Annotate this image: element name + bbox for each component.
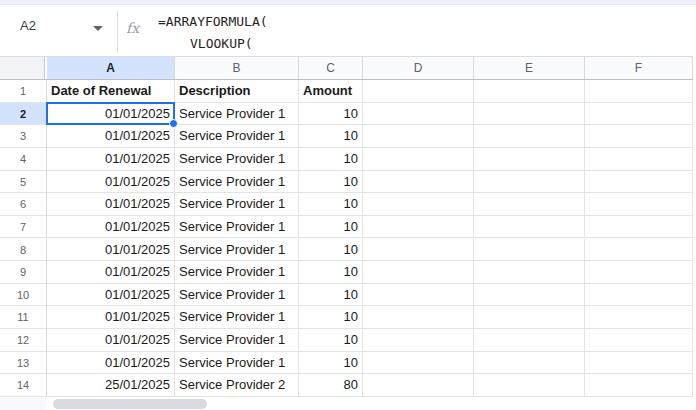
cell[interactable]: 01/01/2025 (47, 261, 175, 284)
cell[interactable]: 01/01/2025 (47, 125, 175, 148)
cell[interactable]: 10 (299, 193, 363, 216)
cell[interactable] (474, 80, 585, 103)
cell[interactable] (363, 239, 474, 262)
cell[interactable]: 10 (299, 239, 363, 262)
cell[interactable] (363, 125, 474, 148)
column-header-e[interactable]: E (474, 57, 585, 79)
cell[interactable] (585, 193, 693, 216)
cell[interactable]: Description (175, 80, 299, 103)
row-header-10[interactable]: 10 (0, 284, 47, 307)
cell[interactable]: Service Provider 1 (175, 239, 299, 262)
cell[interactable] (474, 352, 585, 375)
formula-input-line-2[interactable]: VLOOKUP( (190, 36, 253, 51)
cell[interactable]: 10 (299, 284, 363, 307)
cell[interactable]: 10 (299, 306, 363, 329)
cell[interactable]: Service Provider 2 (175, 374, 299, 397)
cell[interactable] (474, 216, 585, 239)
cell[interactable]: 10 (299, 329, 363, 352)
cell[interactable] (474, 171, 585, 194)
cell[interactable] (363, 216, 474, 239)
cell[interactable]: Service Provider 1 (175, 171, 299, 194)
cell[interactable] (585, 80, 693, 103)
cell[interactable] (585, 374, 693, 397)
cell[interactable]: 01/01/2025 (47, 193, 175, 216)
cell[interactable] (585, 239, 693, 262)
cell[interactable] (363, 329, 474, 352)
formula-input-line-1[interactable]: =ARRAYFORMULA( (158, 14, 268, 29)
row-header-11[interactable]: 11 (0, 306, 47, 329)
cell[interactable]: 01/01/2025 (47, 329, 175, 352)
column-header-c[interactable]: C (299, 57, 363, 79)
cell[interactable] (585, 306, 693, 329)
cell[interactable] (474, 329, 585, 352)
cell[interactable]: Service Provider 1 (175, 125, 299, 148)
row-header-12[interactable]: 12 (0, 329, 47, 352)
row-header-2[interactable]: 2 (0, 103, 47, 126)
cell[interactable]: Amount (299, 80, 363, 103)
cell[interactable] (363, 171, 474, 194)
cell[interactable]: 10 (299, 103, 363, 126)
cell[interactable]: Service Provider 1 (175, 306, 299, 329)
cell[interactable]: Date of Renewal (47, 80, 175, 103)
cell[interactable] (474, 239, 585, 262)
cell[interactable] (585, 148, 693, 171)
row-header-14[interactable]: 14 (0, 374, 47, 397)
cell[interactable]: Service Provider 1 (175, 148, 299, 171)
cell[interactable]: 10 (299, 216, 363, 239)
cell[interactable] (474, 103, 585, 126)
cell[interactable] (363, 193, 474, 216)
cell[interactable] (474, 306, 585, 329)
row-header-9[interactable]: 9 (0, 261, 47, 284)
column-header-f[interactable]: F (585, 57, 693, 79)
cell[interactable] (585, 352, 693, 375)
cell[interactable]: 01/01/2025 (47, 103, 175, 126)
cell[interactable] (585, 103, 693, 126)
cell[interactable] (585, 125, 693, 148)
cell[interactable] (363, 148, 474, 171)
cell[interactable]: Service Provider 1 (175, 103, 299, 126)
cell[interactable]: Service Provider 1 (175, 352, 299, 375)
column-header-a[interactable]: A (47, 57, 175, 79)
column-header-d[interactable]: D (363, 57, 474, 79)
row-header-1[interactable]: 1 (0, 80, 47, 103)
cell[interactable]: 01/01/2025 (47, 306, 175, 329)
row-header-5[interactable]: 5 (0, 171, 47, 194)
cell[interactable] (474, 261, 585, 284)
cell[interactable] (363, 261, 474, 284)
row-header-7[interactable]: 7 (0, 216, 47, 239)
row-header-4[interactable]: 4 (0, 148, 47, 171)
select-all-corner[interactable] (0, 57, 45, 79)
cell[interactable]: Service Provider 1 (175, 193, 299, 216)
cell[interactable]: 01/01/2025 (47, 216, 175, 239)
cell[interactable]: 80 (299, 374, 363, 397)
cell[interactable] (474, 374, 585, 397)
cell[interactable]: Service Provider 1 (175, 261, 299, 284)
cell[interactable] (363, 80, 474, 103)
cell[interactable]: 10 (299, 171, 363, 194)
cell[interactable] (585, 216, 693, 239)
cell[interactable] (474, 148, 585, 171)
cell[interactable]: 01/01/2025 (47, 148, 175, 171)
cell[interactable]: Service Provider 1 (175, 329, 299, 352)
cell[interactable] (474, 125, 585, 148)
cell[interactable]: Service Provider 1 (175, 216, 299, 239)
cell[interactable] (363, 352, 474, 375)
cell[interactable] (585, 171, 693, 194)
cell[interactable] (585, 261, 693, 284)
cell[interactable] (363, 374, 474, 397)
name-box-dropdown-icon[interactable] (93, 26, 103, 31)
cell[interactable]: 10 (299, 125, 363, 148)
column-header-b[interactable]: B (175, 57, 299, 79)
cell[interactable] (363, 306, 474, 329)
name-box[interactable]: A2 (20, 18, 36, 33)
row-header-6[interactable]: 6 (0, 193, 47, 216)
row-header-8[interactable]: 8 (0, 239, 47, 262)
cell[interactable] (474, 193, 585, 216)
cell[interactable]: 01/01/2025 (47, 284, 175, 307)
cell[interactable]: 10 (299, 352, 363, 375)
cell[interactable] (474, 284, 585, 307)
cell[interactable]: 01/01/2025 (47, 352, 175, 375)
cell[interactable]: 25/01/2025 (47, 374, 175, 397)
cell[interactable]: 10 (299, 261, 363, 284)
cell[interactable]: 10 (299, 148, 363, 171)
